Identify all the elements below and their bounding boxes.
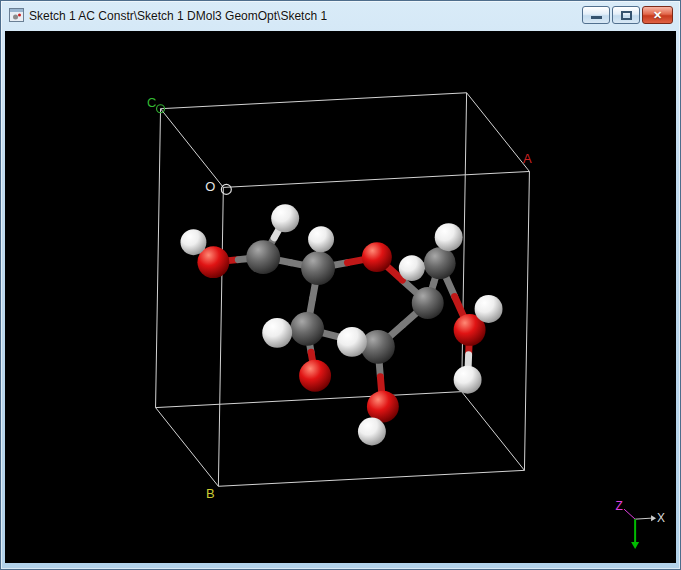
atom-O[interactable]	[299, 360, 331, 392]
atom-C[interactable]	[246, 240, 280, 274]
cell-edge	[218, 187, 223, 486]
atom-H[interactable]	[271, 204, 299, 232]
cell-label-c: C	[147, 95, 156, 110]
minimize-icon	[591, 16, 602, 19]
atom-H[interactable]	[435, 223, 463, 251]
app-icon[interactable]	[9, 8, 24, 22]
titlebar[interactable]: Sketch 1 AC Constr\Sketch 1 DMol3 GeomOp…	[1, 1, 680, 31]
atom-C[interactable]	[424, 247, 456, 279]
app-window: Sketch 1 AC Constr\Sketch 1 DMol3 GeomOp…	[0, 0, 681, 570]
atom-H[interactable]	[337, 327, 367, 357]
minimize-button[interactable]	[582, 6, 610, 24]
cell-edge	[156, 109, 161, 408]
cell-label-b: B	[206, 486, 215, 501]
atom-H[interactable]	[308, 226, 334, 252]
atom-O[interactable]	[362, 242, 392, 272]
atom-C[interactable]	[412, 287, 444, 319]
cell-edge	[156, 392, 462, 408]
atom-C[interactable]	[301, 251, 335, 285]
cell-edge	[218, 470, 524, 486]
cell-edge	[467, 93, 530, 172]
cell-label-a: A	[523, 152, 532, 167]
cell-edge	[462, 392, 525, 471]
viewport-canvas[interactable]: COABZX	[5, 31, 676, 563]
maximize-button[interactable]	[612, 6, 640, 24]
atom-H[interactable]	[180, 229, 206, 255]
cell-edge	[161, 93, 467, 109]
axis-x-label: X	[657, 511, 665, 525]
axis-z-line	[624, 509, 635, 519]
cell-edge	[156, 408, 219, 487]
viewport[interactable]: COABZX	[5, 31, 676, 563]
cell-edge	[223, 171, 529, 187]
axis-x-line	[635, 518, 651, 519]
atom-C[interactable]	[290, 312, 324, 346]
atom-H[interactable]	[262, 318, 292, 348]
axis-z-label: Z	[616, 499, 623, 513]
close-button[interactable]: ✕	[642, 6, 673, 24]
atom-H[interactable]	[475, 295, 503, 323]
atom-H[interactable]	[399, 255, 425, 281]
window-controls: ✕	[582, 6, 673, 24]
cell-label-o: O	[205, 179, 215, 194]
cell-edge	[524, 171, 529, 470]
atom-H[interactable]	[358, 418, 386, 446]
window-title: Sketch 1 AC Constr\Sketch 1 DMol3 GeomOp…	[29, 9, 327, 23]
cell-edge	[161, 109, 224, 188]
axis-y-arrowhead	[631, 542, 639, 549]
maximize-icon	[621, 11, 632, 20]
close-icon: ✕	[643, 7, 672, 23]
atom-H[interactable]	[454, 366, 482, 394]
app-icon-image	[9, 8, 24, 22]
axis-x-arrowhead	[651, 515, 656, 521]
